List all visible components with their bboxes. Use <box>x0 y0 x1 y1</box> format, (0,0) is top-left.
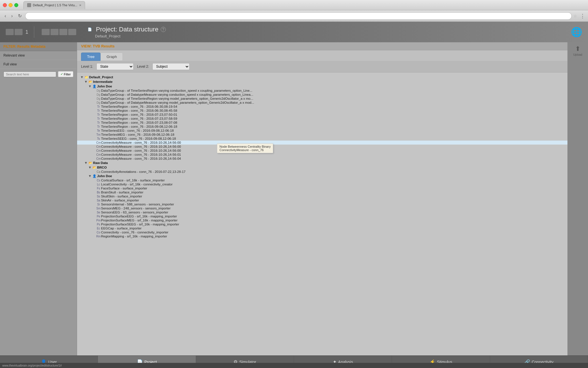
list-item[interactable]: Bs BrainSkull - surface_importer <box>77 190 567 194</box>
list-item[interactable]: Tr TimeSeriesRegion - conn_76 - 2016-07-… <box>77 113 567 117</box>
list-item[interactable]: Ss SkullSkin - surface_importer <box>77 194 567 198</box>
rm-icon: Rm <box>96 235 101 238</box>
nav-squares <box>6 29 23 35</box>
ts9-label: TimeSeriesSEEG - conn_76 - 2016-09-08,12… <box>101 137 176 140</box>
dtg4-icon: Dg <box>96 101 101 104</box>
tab-tree[interactable]: Tree <box>81 53 100 61</box>
tree-node-johndoe-1[interactable]: ▼ 👤 John Doe <box>77 84 567 89</box>
minimize-button[interactable] <box>9 3 13 7</box>
list-item[interactable]: Pm ProjectionSurfaceMEG - srf_16k - mapp… <box>77 218 567 222</box>
johndoe1-icon: 👤 <box>92 85 97 88</box>
menu-icon[interactable]: ⋮ <box>580 13 585 19</box>
ts2-label: TimeSeriesRegion - conn_76 - 2016-06-30,… <box>101 109 177 112</box>
upload-button[interactable]: ⬆ Upload <box>573 45 582 56</box>
level1-select[interactable]: State <box>96 63 134 70</box>
list-item[interactable]: Sm SensorsMEG - 248_sensors - sensors_im… <box>77 206 567 210</box>
ss-label: SkullSkin - surface_importer <box>101 195 142 198</box>
list-item[interactable]: Ps ProjectionSurfaceSEEG - srf_16k - map… <box>77 222 567 226</box>
list-item[interactable]: Te TimeSeriesEEG - conn_76 - 2016-09-08,… <box>77 129 567 133</box>
sidebar-search-area: ✓ Filter <box>0 69 77 79</box>
tab-graph[interactable]: Graph <box>100 53 123 61</box>
list-item[interactable]: Cm ConnectivityMeasure - conn_76 - 2016-… <box>77 153 567 157</box>
cm1-icon: Cm <box>96 141 101 144</box>
list-item[interactable]: Dg DataTypeGroup - of TimeSeriesRegion v… <box>77 89 567 93</box>
nav-sq-6[interactable] <box>68 29 76 35</box>
intermediate-icon: 📂 <box>88 80 93 84</box>
nav-sq-1[interactable] <box>6 29 14 35</box>
list-item[interactable]: Lc LocalConnectivity - srf_16k - connect… <box>77 182 567 186</box>
ca-label: ConnectivityAnnotations - conn_76 - 2016… <box>101 170 186 173</box>
filter-button[interactable]: ✓ Filter <box>58 71 73 77</box>
fs-label: FaceSurface - surface_importer <box>101 187 147 190</box>
brco-toggle[interactable]: ▼ <box>88 165 92 169</box>
list-item[interactable]: Cs CorticalSurface - srf_16k - surface_i… <box>77 178 567 182</box>
tab-bar: Default_Project | 1.5 The Virtu... ✕ <box>23 1 85 9</box>
back-button[interactable]: ‹ <box>3 13 8 19</box>
bookmark-icon[interactable]: ☆ <box>573 14 577 18</box>
peeg-icon: Pe <box>96 215 101 218</box>
johndoe2-toggle[interactable]: ▼ <box>88 174 92 178</box>
list-item[interactable]: Se SensorsEEG - 63_sensors - sensors_imp… <box>77 210 567 214</box>
nav-bar: ‹ › ↻ www.thevirtualbrain.org/project/ed… <box>0 10 588 22</box>
forward-button[interactable]: › <box>9 13 14 19</box>
nav-sq-2[interactable] <box>15 29 23 35</box>
list-item[interactable]: Ca ConnectivityAnnotations - conn_76 - 2… <box>77 170 567 174</box>
tree-node-johndoe-2[interactable]: ▼ 👤 John Doe <box>77 174 567 178</box>
list-item[interactable]: Ts TimeSeriesSEEG - conn_76 - 2016-09-08… <box>77 137 567 141</box>
tab-close-icon[interactable]: ✕ <box>79 4 81 7</box>
list-item[interactable]: Tr TimeSeriesRegion - conn_76 - 2016-06-… <box>77 109 567 113</box>
nav-sq-5[interactable] <box>59 29 67 35</box>
maximize-button[interactable] <box>14 3 18 7</box>
list-item[interactable]: Pe ProjectionSurfaceEEG - srf_16k - mapp… <box>77 214 567 218</box>
list-item[interactable]: Tr TimeSeriesRegion - conn_76 - 2016-09-… <box>77 125 567 129</box>
level2-select[interactable]: Subject <box>152 63 190 70</box>
tooltip-line1: Node Betweenness Centrality Binary <box>220 145 271 148</box>
list-item[interactable]: Cm ConnectivityMeasure - conn_76 - 2016-… <box>77 145 567 149</box>
list-item[interactable]: Fs FaceSurface - surface_importer <box>77 186 567 190</box>
list-item[interactable]: Dg DataTypeGroup - of TimeSeriesRegion v… <box>77 97 567 101</box>
list-item[interactable]: Ec EEGCap - surface_importer <box>77 226 567 230</box>
ts6-label: TimeSeriesRegion - conn_76 - 2016-09-08,… <box>101 125 177 128</box>
list-item[interactable]: Cm ConnectivityMeasure - conn_76 - 2016-… <box>77 157 567 161</box>
intermediate-label: Intermediate <box>93 80 112 83</box>
list-item[interactable]: Tr TimeSeriesRegion - conn_76 - 2016-07-… <box>77 117 567 121</box>
list-item[interactable]: Tr TimeSeriesRegion - conn_76 - 2016-07-… <box>77 121 567 125</box>
ts4-icon: Tr <box>96 117 101 120</box>
tree-node-brco[interactable]: ▼ 📂 BRCO <box>77 165 567 170</box>
relevant-view-item[interactable]: Relevant view <box>0 51 77 60</box>
full-view-item[interactable]: Full view <box>0 60 77 69</box>
tree-node-cm-selected[interactable]: Cm ConnectivityMeasure - conn_76 - 2016-… <box>77 141 567 145</box>
nav-sq-4[interactable] <box>51 29 59 35</box>
reload-button[interactable]: ↻ <box>16 13 23 19</box>
cm4-label: ConnectivityMeasure - conn_76 - 2016-10-… <box>101 153 181 156</box>
search-input[interactable] <box>3 71 56 77</box>
list-item[interactable]: Dg DataTypeGroup - of DatatypeMeasure va… <box>77 93 567 97</box>
list-item[interactable]: Cm ConnectivityMeasure - conn_76 - 2016-… <box>77 149 567 153</box>
nav-sq-3[interactable] <box>42 29 50 35</box>
browser-tab[interactable]: Default_Project | 1.5 The Virtu... ✕ <box>23 1 85 9</box>
close-button[interactable] <box>3 3 7 7</box>
ts1-label: TimeSeriesRegion - conn_76 - 2016-06-30,… <box>101 105 177 108</box>
intermediate-toggle[interactable]: ▼ <box>84 80 88 84</box>
root-toggle[interactable]: ▼ <box>80 75 84 79</box>
tree-root[interactable]: ▼ 📁 Default_Project <box>77 75 567 79</box>
view-title: TVB Results <box>93 44 115 48</box>
url-bar[interactable]: www.thevirtualbrain.org/project/editstru… <box>25 12 572 20</box>
bs-label: BrainSkull - surface_importer <box>101 191 143 194</box>
ts8-icon: Tm <box>96 133 101 136</box>
tree-node-intermediate[interactable]: ▼ 📂 Intermediate <box>77 79 567 84</box>
list-item[interactable]: Tr TimeSeriesRegion - conn_76 - 2016-06-… <box>77 105 567 109</box>
list-item[interactable]: Si SensorsInternal - 588_sensors - senso… <box>77 202 567 206</box>
johndoe1-toggle[interactable]: ▼ <box>88 84 92 88</box>
lc-label: LocalConnectivity - srf_16k - connectivi… <box>101 183 173 186</box>
list-item[interactable]: Tm TimeSeriesMEG - conn_76 - 2016-09-08,… <box>77 133 567 137</box>
list-item[interactable]: Dg DataTypeGroup - of DatatypeMeasure va… <box>77 101 567 105</box>
rawdata-toggle[interactable]: ▼ <box>84 161 88 165</box>
tree-node-rawdata[interactable]: ▼ 📂 Raw Data <box>77 161 567 165</box>
list-item[interactable]: Sa SkinAir - surface_importer <box>77 198 567 202</box>
list-item[interactable]: Co Connectivity - conn_76 - connectivity… <box>77 230 567 234</box>
list-item[interactable]: Rm RegionMapping - srf_16k - mapping_imp… <box>77 234 567 238</box>
cm2-icon: Cm <box>96 145 101 148</box>
cm5-icon: Cm <box>96 157 101 160</box>
help-icon[interactable]: ? <box>161 27 166 32</box>
